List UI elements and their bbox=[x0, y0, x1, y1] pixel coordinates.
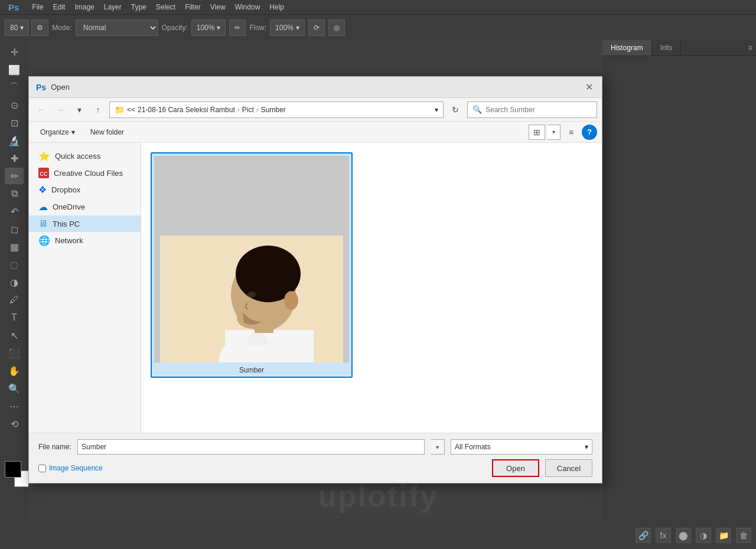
image-sequence-input[interactable] bbox=[38, 465, 46, 472]
panel-menu-btn[interactable]: ≡ bbox=[745, 40, 756, 55]
eraser-tool[interactable]: ◻ bbox=[5, 221, 24, 237]
foreground-color-swatch[interactable] bbox=[5, 461, 21, 478]
flow-value: 100% bbox=[275, 24, 294, 32]
file-item-sumber[interactable]: Sumber bbox=[151, 152, 353, 378]
sidebar-item-network[interactable]: 🌐 Network bbox=[29, 232, 141, 249]
move-tool[interactable]: ✛ bbox=[5, 44, 24, 60]
angle-btn[interactable]: ◎ bbox=[328, 19, 345, 36]
refresh-button[interactable]: ↻ bbox=[447, 102, 464, 118]
opacity-input[interactable]: 100% ▾ bbox=[191, 19, 226, 36]
trash-icon[interactable]: 🗑 bbox=[736, 528, 751, 543]
breadcrumb-part1: 21-08-16 Cara Seleksi Rambut bbox=[138, 106, 235, 114]
color-swatches[interactable] bbox=[5, 461, 31, 487]
menu-view[interactable]: View bbox=[207, 2, 229, 12]
history-tool[interactable]: ↶ bbox=[5, 203, 24, 220]
marquee-tool[interactable]: ⬜ bbox=[5, 61, 24, 78]
menu-help[interactable]: Help bbox=[266, 2, 288, 12]
format-select[interactable]: All Formats ▾ bbox=[451, 439, 592, 455]
cancel-button[interactable]: Cancel bbox=[545, 459, 592, 477]
onedrive-icon: ☁ bbox=[38, 201, 48, 213]
link-icon[interactable]: 🔗 bbox=[636, 528, 651, 543]
sidebar-label-onedrive: OneDrive bbox=[53, 202, 85, 211]
menubar: Ps File Edit Image Layer Type Select Fil… bbox=[0, 0, 756, 14]
quick-select-tool[interactable]: ⊙ bbox=[5, 97, 24, 113]
sidebar-item-this-pc[interactable]: 🖥 This PC bbox=[29, 215, 141, 232]
smoothing-btn[interactable]: ⟳ bbox=[308, 19, 325, 36]
breadcrumb[interactable]: 📁 << 21-08-16 Cara Seleksi Rambut › Pict… bbox=[109, 102, 444, 118]
menu-file[interactable]: File bbox=[28, 2, 47, 12]
filename-dropdown-btn[interactable]: ▾ bbox=[431, 439, 445, 455]
new-folder-button[interactable]: New folder bbox=[84, 125, 131, 140]
mode-dropdown[interactable]: Normal bbox=[76, 19, 158, 36]
breadcrumb-sep2: › bbox=[256, 106, 259, 114]
mode-label: Mode: bbox=[52, 24, 71, 32]
menu-filter[interactable]: Filter bbox=[181, 2, 204, 12]
more-tools[interactable]: ⋯ bbox=[5, 398, 24, 414]
tab-histogram[interactable]: Histogram bbox=[602, 40, 652, 55]
search-input[interactable] bbox=[485, 106, 592, 114]
crop-tool[interactable]: ⊡ bbox=[5, 115, 24, 131]
zoom-tool[interactable]: 🔍 bbox=[5, 380, 24, 397]
menu-image[interactable]: Image bbox=[71, 2, 97, 12]
menu-type[interactable]: Type bbox=[128, 2, 150, 12]
view-large-btn[interactable]: ⊞ bbox=[529, 125, 545, 140]
brush-tool[interactable]: ✏ bbox=[5, 168, 24, 184]
text-tool[interactable]: T bbox=[5, 309, 24, 326]
thumbnail-inner bbox=[160, 236, 343, 362]
format-chevron-icon: ▾ bbox=[585, 443, 588, 451]
fx-icon[interactable]: fx bbox=[656, 528, 671, 543]
path-select-tool[interactable]: ↖ bbox=[5, 327, 24, 344]
menu-window[interactable]: Window bbox=[232, 2, 264, 12]
sidebar-item-quick-access[interactable]: ⭐ Quick access bbox=[29, 148, 141, 165]
brush-settings-btn[interactable]: ⚙ bbox=[31, 19, 48, 36]
opacity-label: Opacity: bbox=[162, 24, 188, 32]
mask-icon[interactable]: ⬤ bbox=[676, 528, 691, 543]
eyedropper-tool[interactable]: 🔬 bbox=[5, 132, 24, 149]
pen-tool[interactable]: 🖊 bbox=[5, 292, 24, 308]
dodge-tool[interactable]: ◑ bbox=[5, 274, 24, 290]
sidebar-item-dropbox[interactable]: ❖ Dropbox bbox=[29, 181, 141, 198]
blur-tool[interactable]: ◌ bbox=[5, 256, 24, 273]
menu-select[interactable]: Select bbox=[152, 2, 179, 12]
dropdown-arrow-button[interactable]: ▾ bbox=[71, 102, 87, 117]
dialog-body: ⭐ Quick access cc Creative Cloud Files ❖… bbox=[29, 143, 602, 433]
flow-label: Flow: bbox=[249, 24, 266, 32]
shape-tool[interactable]: ⬛ bbox=[5, 345, 24, 361]
brush-preset-btn[interactable]: 80 ▾ bbox=[5, 19, 29, 36]
sidebar-item-creative-cloud[interactable]: cc Creative Cloud Files bbox=[29, 165, 141, 181]
folder-icon[interactable]: 📁 bbox=[716, 528, 731, 543]
dialog-close-button[interactable]: ✕ bbox=[583, 81, 595, 93]
adjustment-icon[interactable]: ◑ bbox=[696, 528, 711, 543]
lasso-tool[interactable]: ⌒ bbox=[5, 79, 24, 96]
new-folder-label: New folder bbox=[90, 128, 124, 136]
menu-layer[interactable]: Layer bbox=[100, 2, 125, 12]
gradient-tool[interactable]: ▦ bbox=[5, 238, 24, 255]
quick-access-icon: ⭐ bbox=[38, 151, 50, 162]
image-sequence-label: Image Sequence bbox=[49, 464, 103, 472]
organize-button[interactable]: Organize ▾ bbox=[34, 125, 82, 140]
forward-button[interactable]: → bbox=[53, 102, 68, 117]
menu-edit[interactable]: Edit bbox=[50, 2, 69, 12]
left-tool-palette: ✛ ⬜ ⌒ ⊙ ⊡ 🔬 ✚ ✏ ⧉ ↶ ◻ ▦ ◌ ◑ 🖊 T ↖ ⬛ ✋ 🔍 … bbox=[0, 40, 28, 519]
up-button[interactable]: ↑ bbox=[90, 102, 106, 117]
healing-tool[interactable]: ✚ bbox=[5, 150, 24, 166]
tab-info[interactable]: Info bbox=[652, 40, 681, 55]
organize-label: Organize bbox=[40, 128, 69, 136]
hand-tool[interactable]: ✋ bbox=[5, 362, 24, 379]
clone-tool[interactable]: ⧉ bbox=[5, 185, 24, 202]
opacity-value: 100% bbox=[197, 24, 215, 32]
airbrush-btn[interactable]: ✏ bbox=[229, 19, 246, 36]
back-button[interactable]: ← bbox=[34, 102, 49, 117]
open-button[interactable]: Open bbox=[492, 459, 539, 477]
network-icon: 🌐 bbox=[38, 235, 50, 246]
file-grid: Sumber bbox=[151, 152, 592, 378]
view-dropdown-btn[interactable]: ▾ bbox=[548, 125, 561, 140]
filename-input[interactable] bbox=[77, 439, 425, 455]
view-split-btn[interactable]: ≡ bbox=[563, 125, 579, 140]
sidebar-item-onedrive[interactable]: ☁ OneDrive bbox=[29, 198, 141, 215]
image-sequence-checkbox[interactable]: Image Sequence bbox=[38, 464, 103, 472]
help-button[interactable]: ? bbox=[582, 125, 597, 140]
person-image bbox=[160, 236, 343, 362]
flow-input[interactable]: 100% ▾ bbox=[270, 19, 305, 36]
extra-tool[interactable]: ⟲ bbox=[5, 416, 24, 432]
